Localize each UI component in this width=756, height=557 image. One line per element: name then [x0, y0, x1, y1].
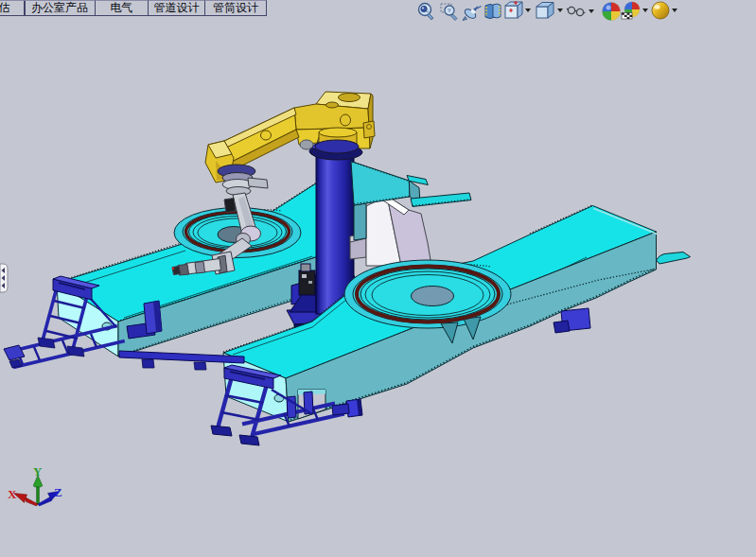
svg-text:Y: Y [33, 464, 43, 479]
svg-text:Z: Z [54, 485, 62, 499]
svg-text:X: X [8, 487, 17, 501]
